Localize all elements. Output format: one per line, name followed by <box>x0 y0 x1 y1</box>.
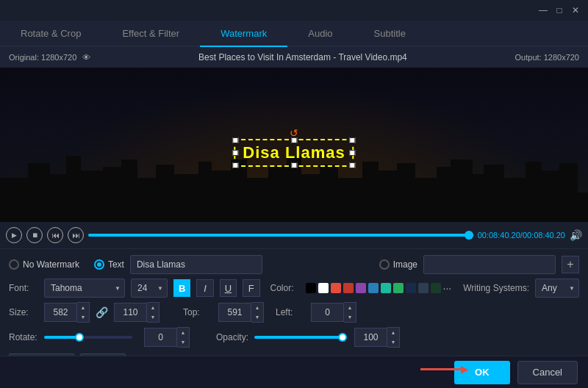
resize-handle-mid-right[interactable] <box>350 150 356 156</box>
add-image-button[interactable]: + <box>562 256 579 273</box>
rotate-input[interactable] <box>144 328 177 347</box>
chain-icon[interactable]: 🔗 <box>96 306 108 318</box>
color-swatch-darkblue[interactable] <box>406 283 416 293</box>
tab-effect-filter[interactable]: Effect & Filter <box>101 21 200 47</box>
size-width-input[interactable] <box>44 303 77 322</box>
bottom-bar: ▶ OK Cancel <box>0 356 588 388</box>
color-swatch-purple[interactable] <box>356 283 366 293</box>
maximize-button[interactable]: □ <box>553 4 566 17</box>
left-up[interactable]: ▲ <box>344 303 356 312</box>
color-swatches: ··· <box>306 282 452 294</box>
forward-button[interactable]: ⏭ <box>68 227 84 243</box>
color-swatch-dark[interactable] <box>418 283 429 293</box>
opacity-slider-track[interactable] <box>254 336 343 339</box>
size-width-down[interactable]: ▼ <box>77 312 89 322</box>
opacity-slider-wrap <box>254 331 343 344</box>
arrow-indicator: ▶ <box>420 363 469 375</box>
color-swatch-red2[interactable] <box>343 283 354 293</box>
image-watermark-option[interactable]: Image <box>379 259 417 270</box>
title-bar: — □ ✕ <box>0 0 588 21</box>
no-watermark-option[interactable]: No Watermark <box>9 259 79 270</box>
image-path-input[interactable] <box>423 255 556 274</box>
resize-handle-bot-right[interactable] <box>350 162 356 168</box>
font-dropdown[interactable]: Tahoma <box>44 279 125 298</box>
image-watermark-radio[interactable] <box>379 259 390 270</box>
progress-thumb[interactable] <box>465 231 473 240</box>
underline-button[interactable]: U <box>220 279 237 297</box>
no-watermark-radio[interactable] <box>9 259 19 270</box>
rotate-down[interactable]: ▼ <box>177 337 189 347</box>
volume-icon[interactable]: 🔊 <box>570 229 582 241</box>
video-info-bar: Original: 1280x720 👁 Best Places to Visi… <box>0 47 588 68</box>
opacity-slider-thumb[interactable] <box>338 333 347 342</box>
left-stepper-btns: ▲ ▼ <box>344 302 356 323</box>
minimize-button[interactable]: — <box>537 4 550 17</box>
left-stepper: ▲ ▼ <box>311 302 356 323</box>
color-swatch-white[interactable] <box>318 283 329 293</box>
resize-handle-mid-left[interactable] <box>232 150 238 156</box>
size-height-input[interactable] <box>114 303 147 322</box>
writing-systems-dropdown[interactable]: Any <box>535 279 579 298</box>
size-height-stepper-btns: ▲ ▼ <box>147 302 159 323</box>
resize-handle-bot-left[interactable] <box>232 162 238 168</box>
strikethrough-button[interactable]: F <box>243 279 259 297</box>
progress-track[interactable] <box>88 234 473 237</box>
opacity-input[interactable] <box>354 328 387 347</box>
close-button[interactable]: ✕ <box>569 4 582 17</box>
resize-handle-top-left[interactable] <box>232 137 238 143</box>
text-watermark-option[interactable]: Text <box>94 259 124 270</box>
tab-subtitle[interactable]: Subtitle <box>354 21 426 47</box>
rotate-slider-track[interactable] <box>44 336 132 339</box>
top-input[interactable] <box>218 303 251 322</box>
rotate-up[interactable]: ▲ <box>177 328 189 337</box>
color-swatch-blue[interactable] <box>368 283 379 293</box>
tab-watermark[interactable]: Watermark <box>200 21 287 47</box>
font-size-dropdown[interactable]: 24 <box>131 279 168 298</box>
opacity-up[interactable]: ▲ <box>387 328 399 337</box>
cancel-button[interactable]: Cancel <box>517 361 578 384</box>
rotate-stepper-btns: ▲ ▼ <box>177 327 190 348</box>
text-watermark-radio[interactable] <box>94 259 104 270</box>
size-height-down[interactable]: ▼ <box>147 312 159 322</box>
italic-button[interactable]: I <box>196 279 213 297</box>
top-stepper-btns: ▲ ▼ <box>251 302 264 323</box>
stop-button[interactable]: ⏹ <box>26 227 43 243</box>
color-swatch-red1[interactable] <box>331 283 341 293</box>
opacity-slider-fill <box>254 336 343 339</box>
watermark-box[interactable]: ↺ Disa Llamas <box>234 139 354 167</box>
top-down[interactable]: ▼ <box>251 312 263 322</box>
color-swatch-green[interactable] <box>393 283 404 293</box>
rewind-button[interactable]: ⏮ <box>47 227 63 243</box>
opacity-down[interactable]: ▼ <box>387 337 399 347</box>
tab-bar: Rotate & Crop Effect & Filter Watermark … <box>0 21 588 47</box>
watermark-text-input[interactable] <box>130 255 262 274</box>
video-info-left: Original: 1280x720 👁 <box>9 53 90 62</box>
output-resolution: Output: 1280x720 <box>515 53 579 62</box>
color-swatch-black[interactable] <box>306 283 316 293</box>
resize-handle-bot-mid[interactable] <box>291 162 297 168</box>
rotate-opacity-row: Rotate: ▲ ▼ Opacity: ▲ ▼ <box>9 327 579 348</box>
resize-handle-top-right[interactable] <box>350 137 356 143</box>
writing-systems-dropdown-wrap: Any <box>535 279 579 298</box>
bold-button[interactable]: B <box>173 279 190 297</box>
arrow-line <box>420 368 461 370</box>
tab-rotate-crop[interactable]: Rotate & Crop <box>0 21 101 47</box>
resize-handle-top-mid[interactable] <box>291 137 297 143</box>
rotate-slider-fill <box>44 336 79 339</box>
size-width-up[interactable]: ▲ <box>77 303 89 312</box>
play-button[interactable]: ▶ <box>6 227 22 243</box>
top-up[interactable]: ▲ <box>251 303 263 312</box>
color-swatch-teal[interactable] <box>381 283 391 293</box>
left-input[interactable] <box>311 303 344 322</box>
rotate-slider-thumb[interactable] <box>75 333 84 342</box>
more-colors-button[interactable]: ··· <box>443 282 452 294</box>
video-thumbnail: ↺ Disa Llamas <box>0 68 588 222</box>
left-down[interactable]: ▼ <box>344 312 356 322</box>
size-width-stepper: ▲ ▼ <box>44 302 90 323</box>
eye-icon[interactable]: 👁 <box>82 53 90 62</box>
playback-bar: ▶ ⏹ ⏮ ⏭ 00:08:40.20/00:08:40.20 🔊 <box>0 222 588 248</box>
color-swatch-darkgreen[interactable] <box>431 283 441 293</box>
video-area: ↺ Disa Llamas <box>0 68 588 222</box>
size-height-up[interactable]: ▲ <box>147 303 159 312</box>
tab-audio[interactable]: Audio <box>287 21 353 47</box>
